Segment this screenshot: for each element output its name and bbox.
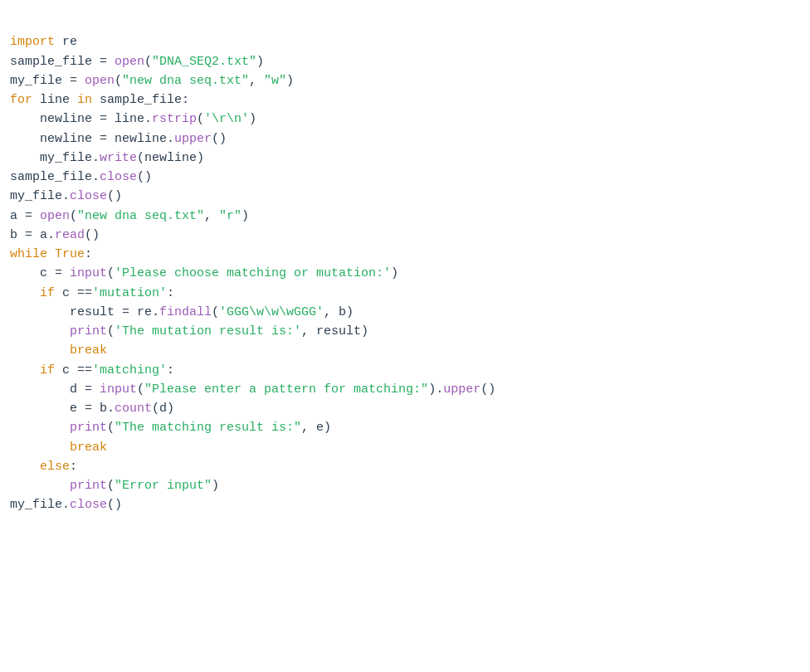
line-9: my_file.close() xyxy=(10,189,122,203)
line-18: if c =='matching': xyxy=(10,363,174,377)
line-19: d = input("Please enter a pattern for ma… xyxy=(10,382,495,397)
line-13: c = input('Please choose matching or mut… xyxy=(10,266,398,280)
line-23: else: xyxy=(10,460,77,474)
line-2: sample_file = open("DNA_SEQ2.txt") xyxy=(10,55,264,69)
line-6: newline = newline.upper() xyxy=(10,132,227,146)
line-16: print('The mutation result is:', result) xyxy=(10,324,368,338)
line-22: break xyxy=(10,441,107,455)
line-15: result = re.findall('GGG\w\w\wGGG', b) xyxy=(10,305,354,319)
line-1: import re xyxy=(10,35,77,49)
line-7: my_file.write(newline) xyxy=(10,151,204,165)
line-11: b = a.read() xyxy=(10,228,100,242)
line-21: print("The matching result is:", e) xyxy=(10,421,331,435)
line-12: while True: xyxy=(10,247,92,261)
line-3: my_file = open("new dna seq.txt", "w") xyxy=(10,74,294,88)
line-10: a = open("new dna seq.txt", "r") xyxy=(10,209,249,223)
line-4: for line in sample_file: xyxy=(10,93,189,107)
code-editor: import re sample_file = open("DNA_SEQ2.t… xyxy=(10,13,800,515)
line-25: my_file.close() xyxy=(10,498,122,512)
line-5: newline = line.rstrip('\r\n') xyxy=(10,112,256,126)
line-14: if c =='mutation': xyxy=(10,286,174,300)
line-24: print("Error input") xyxy=(10,479,219,493)
line-8: sample_file.close() xyxy=(10,170,152,184)
line-20: e = b.count(d) xyxy=(10,402,174,416)
line-17: break xyxy=(10,343,107,358)
